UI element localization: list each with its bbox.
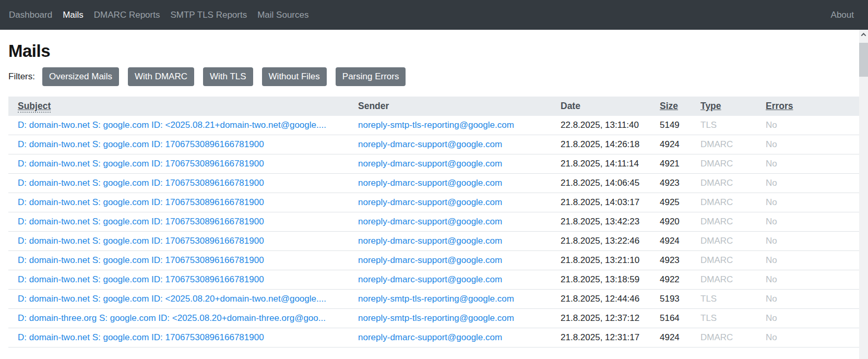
subject-link[interactable]: D: domain-two.net S: google.com ID: 1706…: [18, 255, 264, 265]
navbar-right-group: About: [831, 6, 859, 25]
sender-cell: noreply-dmarc-support@google.com: [349, 232, 551, 251]
subject-link[interactable]: D: domain-two.net S: google.com ID: 1706…: [18, 217, 264, 226]
subject-cell: D: domain-two.net S: google.com ID: 1706…: [8, 328, 349, 348]
subject-cell: D: domain-two.net S: google.com ID: 1706…: [8, 251, 349, 270]
sort-link-size[interactable]: Size: [660, 101, 678, 111]
filter-button-with-tls[interactable]: With TLS: [203, 67, 253, 86]
errors-cell: No: [756, 116, 860, 135]
table-row: D: domain-two.net S: google.com ID: 1706…: [8, 270, 860, 290]
table-row: D: domain-two.net S: google.com ID: 1706…: [8, 328, 860, 348]
errors-cell: No: [756, 193, 860, 212]
sort-link-errors[interactable]: Errors: [766, 101, 793, 111]
sender-link[interactable]: noreply-smtp-tls-reporting@google.com: [358, 294, 514, 304]
scroll-up-button[interactable]: [859, 30, 868, 40]
sender-cell: noreply-dmarc-support@google.com: [349, 193, 551, 212]
type-cell: DMARC: [691, 232, 756, 251]
subject-link[interactable]: D: domain-two.net S: google.com ID: 1706…: [18, 139, 264, 149]
subject-cell: D: domain-two.net S: google.com ID: 1706…: [8, 193, 349, 212]
errors-cell: No: [756, 309, 860, 328]
column-header-type: Type: [691, 97, 756, 116]
navbar-left-group: DashboardMailsDMARC ReportsSMTP TLS Repo…: [9, 6, 314, 25]
date-cell: 21.8.2025, 13:42:23: [551, 212, 650, 232]
vertical-scrollbar[interactable]: [859, 30, 868, 359]
sender-link[interactable]: noreply-dmarc-support@google.com: [358, 178, 502, 188]
size-cell: 4924: [650, 232, 691, 251]
type-cell: DMARC: [691, 270, 756, 290]
sender-link[interactable]: noreply-dmarc-support@google.com: [358, 159, 502, 169]
subject-cell: D: domain-two.net S: google.com ID: <202…: [8, 116, 349, 135]
sort-link-type[interactable]: Type: [700, 101, 721, 111]
nav-item-smtp-tls-reports[interactable]: SMTP TLS Reports: [165, 6, 252, 25]
sender-cell: noreply-smtp-tls-reporting@google.com: [349, 116, 551, 135]
subject-cell: D: domain-two.net S: google.com ID: 1706…: [8, 270, 349, 290]
table-row: D: domain-two.net S: google.com ID: 1706…: [8, 232, 860, 251]
subject-cell: D: domain-two.net S: google.com ID: 1706…: [8, 232, 349, 251]
type-cell: TLS: [691, 309, 756, 328]
filter-button-with-dmarc[interactable]: With DMARC: [128, 67, 194, 86]
filter-button-oversized-mails[interactable]: Oversized Mails: [42, 67, 119, 86]
sender-link[interactable]: noreply-dmarc-support@google.com: [358, 274, 502, 284]
nav-item-about[interactable]: About: [831, 6, 859, 25]
sender-cell: noreply-dmarc-support@google.com: [349, 328, 551, 348]
size-cell: 4925: [650, 193, 691, 212]
subject-cell: D: domain-three.org S: google.com ID: <2…: [8, 309, 349, 328]
subject-link[interactable]: D: domain-two.net S: google.com ID: 1706…: [18, 197, 264, 207]
size-cell: 4922: [650, 270, 691, 290]
date-cell: 21.8.2025, 13:18:59: [551, 270, 650, 290]
sender-link[interactable]: noreply-dmarc-support@google.com: [358, 332, 502, 342]
sender-link[interactable]: noreply-dmarc-support@google.com: [358, 236, 502, 246]
subject-link[interactable]: D: domain-two.net S: google.com ID: 1706…: [18, 236, 264, 246]
date-cell: 21.8.2025, 12:44:46: [551, 290, 650, 309]
subject-cell: D: domain-two.net S: google.com ID: 1706…: [8, 174, 349, 193]
subject-link[interactable]: D: domain-two.net S: google.com ID: 1706…: [18, 274, 264, 284]
filter-button-without-files[interactable]: Without Files: [262, 67, 327, 86]
subject-link[interactable]: D: domain-two.net S: google.com ID: 1706…: [18, 159, 264, 169]
nav-item-mail-sources[interactable]: Mail Sources: [252, 6, 314, 25]
size-cell: 5149: [650, 116, 691, 135]
table-row: D: domain-two.net S: google.com ID: 1706…: [8, 212, 860, 232]
type-cell: DMARC: [691, 174, 756, 193]
type-cell: TLS: [691, 290, 756, 309]
filter-button-parsing-errors[interactable]: Parsing Errors: [336, 67, 406, 86]
nav-item-dashboard[interactable]: Dashboard: [9, 6, 57, 25]
sender-link[interactable]: noreply-smtp-tls-reporting@google.com: [358, 120, 514, 130]
column-header-subject: Subject: [8, 97, 349, 116]
sender-link[interactable]: noreply-dmarc-support@google.com: [358, 255, 502, 265]
filter-buttons-group: Oversized MailsWith DMARCWith TLSWithout…: [42, 67, 414, 86]
sender-link[interactable]: noreply-dmarc-support@google.com: [358, 217, 502, 226]
size-cell: 5193: [650, 290, 691, 309]
subject-link[interactable]: D: domain-two.net S: google.com ID: 1706…: [18, 178, 264, 188]
subject-link[interactable]: D: domain-two.net S: google.com ID: 1706…: [18, 332, 264, 342]
filters-row: Filters: Oversized MailsWith DMARCWith T…: [8, 67, 860, 86]
scrollbar-thumb[interactable]: [859, 43, 868, 77]
sender-cell: noreply-dmarc-support@google.com: [349, 174, 551, 193]
page-title: Mails: [8, 41, 860, 61]
subject-link[interactable]: D: domain-two.net S: google.com ID: <202…: [18, 294, 326, 304]
sender-link[interactable]: noreply-dmarc-support@google.com: [358, 139, 502, 149]
date-cell: 21.8.2025, 14:26:18: [551, 135, 650, 154]
sender-cell: noreply-dmarc-support@google.com: [349, 212, 551, 232]
sender-cell: noreply-dmarc-support@google.com: [349, 154, 551, 174]
date-cell: 21.8.2025, 14:03:17: [551, 193, 650, 212]
nav-item-mails[interactable]: Mails: [57, 6, 89, 25]
errors-cell: No: [756, 232, 860, 251]
table-row: D: domain-two.net S: google.com ID: 1706…: [8, 135, 860, 154]
table-row: D: domain-two.net S: google.com ID: 1706…: [8, 251, 860, 270]
nav-item-dmarc-reports[interactable]: DMARC Reports: [89, 6, 165, 25]
type-cell: DMARC: [691, 154, 756, 174]
date-cell: 21.8.2025, 13:22:46: [551, 232, 650, 251]
subject-link[interactable]: D: domain-three.org S: google.com ID: <2…: [18, 313, 326, 323]
sender-cell: noreply-dmarc-support@google.com: [349, 135, 551, 154]
sender-link[interactable]: noreply-dmarc-support@google.com: [358, 197, 502, 207]
main-content: Mails Filters: Oversized MailsWith DMARC…: [0, 41, 868, 348]
errors-cell: No: [756, 135, 860, 154]
mails-table: SubjectSenderDateSizeTypeErrors D: domai…: [8, 97, 860, 348]
sender-cell: noreply-dmarc-support@google.com: [349, 251, 551, 270]
sender-link[interactable]: noreply-smtp-tls-reporting@google.com: [358, 313, 514, 323]
sort-link-subject[interactable]: Subject: [18, 101, 51, 113]
subject-link[interactable]: D: domain-two.net S: google.com ID: <202…: [18, 120, 326, 130]
size-cell: 4923: [650, 174, 691, 193]
type-cell: DMARC: [691, 135, 756, 154]
type-cell: DMARC: [691, 212, 756, 232]
subject-cell: D: domain-two.net S: google.com ID: 1706…: [8, 154, 349, 174]
